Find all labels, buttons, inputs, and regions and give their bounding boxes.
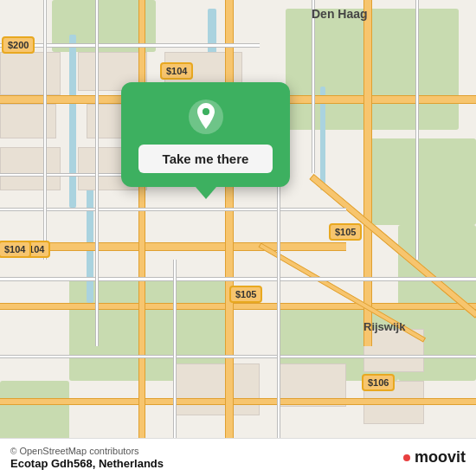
moovit-dot bbox=[403, 454, 410, 461]
major-road-v bbox=[225, 0, 234, 476]
urban-block bbox=[0, 147, 61, 190]
green-area bbox=[363, 138, 476, 225]
location-pin-icon bbox=[187, 98, 225, 136]
route-badge-106: $106 bbox=[362, 374, 395, 391]
map-info: © OpenStreetMap contributors Ecotap Gdh5… bbox=[10, 446, 164, 470]
svg-point-1 bbox=[203, 108, 209, 115]
road-med bbox=[43, 0, 47, 260]
location-name-text: Ecotap Gdh568 bbox=[10, 457, 93, 470]
major-road-h2 bbox=[0, 242, 346, 251]
popup-tail bbox=[196, 187, 216, 199]
location-country-text: Netherlands bbox=[99, 457, 164, 470]
moovit-text: moovit bbox=[415, 448, 466, 466]
road-med bbox=[415, 0, 419, 260]
water-canal bbox=[69, 35, 76, 208]
road-med bbox=[0, 43, 260, 48]
route-badge-200: $200 bbox=[2, 36, 35, 54]
bottom-bar: © OpenStreetMap contributors Ecotap Gdh5… bbox=[0, 438, 476, 476]
road-med bbox=[0, 277, 476, 281]
major-road-v2 bbox=[138, 0, 145, 476]
take-me-there-button[interactable]: Take me there bbox=[138, 145, 273, 173]
major-road-v3 bbox=[363, 0, 372, 346]
water-canal bbox=[87, 173, 93, 303]
major-road-h4 bbox=[0, 398, 476, 405]
route-badge-105-right: $105 bbox=[329, 223, 362, 241]
road-med bbox=[0, 355, 476, 358]
route-badge-104-far-left: $104 bbox=[0, 241, 31, 258]
map-background: Den Haag Rijswijk $200 $104 $104 $105 $1… bbox=[0, 0, 476, 476]
route-badge-105-center: $105 bbox=[229, 286, 262, 303]
city-label: Den Haag bbox=[312, 7, 368, 21]
map-container: Den Haag Rijswijk $200 $104 $104 $105 $1… bbox=[0, 0, 476, 476]
urban-block bbox=[0, 104, 56, 138]
attribution: © OpenStreetMap contributors bbox=[10, 446, 164, 456]
road-med bbox=[0, 208, 346, 211]
major-road-h3 bbox=[0, 303, 476, 310]
location-popup: Take me there bbox=[121, 82, 290, 187]
city-label-rijswijk: Rijswijk bbox=[363, 320, 405, 333]
route-badge-104-top: $104 bbox=[160, 62, 193, 80]
location-name: Ecotap Gdh568, Netherlands bbox=[10, 457, 164, 470]
moovit-logo: moovit bbox=[403, 448, 466, 466]
urban-block bbox=[173, 363, 260, 415]
road-med bbox=[95, 0, 99, 346]
urban-block bbox=[0, 52, 61, 95]
road-med bbox=[312, 0, 315, 173]
